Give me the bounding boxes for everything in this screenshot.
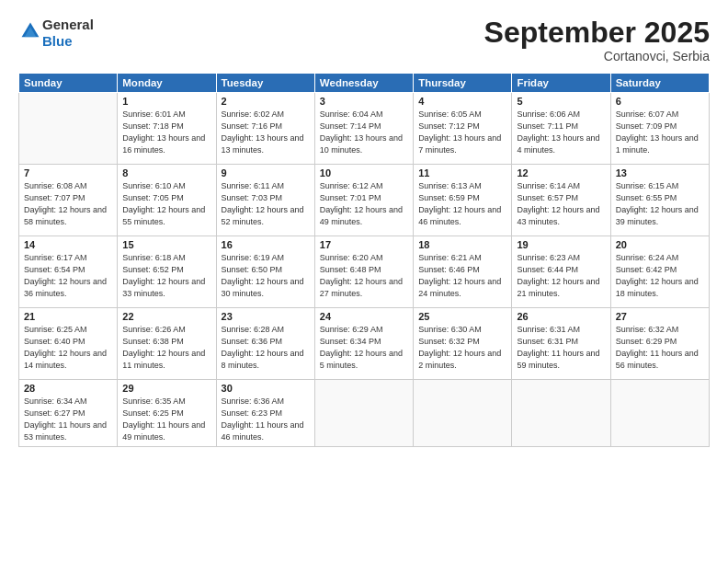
day-info: Sunrise: 6:11 AMSunset: 7:03 PMDaylight:… [222, 180, 310, 228]
calendar-cell [19, 93, 118, 165]
day-number: 12 [517, 167, 605, 178]
day-number: 15 [122, 239, 210, 250]
calendar-cell: 9Sunrise: 6:11 AMSunset: 7:03 PMDaylight… [216, 165, 314, 236]
day-number: 28 [24, 383, 112, 394]
day-number: 26 [517, 311, 605, 322]
calendar-cell: 11Sunrise: 6:13 AMSunset: 6:59 PMDayligh… [414, 165, 512, 236]
day-info: Sunrise: 6:15 AMSunset: 6:55 PMDaylight:… [616, 180, 704, 228]
day-number: 3 [320, 96, 408, 107]
day-number: 25 [418, 311, 506, 322]
day-info: Sunrise: 6:21 AMSunset: 6:46 PMDaylight:… [418, 252, 506, 300]
day-number: 21 [24, 311, 112, 322]
day-info: Sunrise: 6:31 AMSunset: 6:31 PMDaylight:… [517, 324, 605, 372]
day-number: 14 [24, 239, 112, 250]
day-number: 8 [122, 167, 210, 178]
calendar-cell: 8Sunrise: 6:10 AMSunset: 7:05 PMDaylight… [118, 165, 216, 236]
day-info: Sunrise: 6:07 AMSunset: 7:09 PMDaylight:… [616, 109, 704, 156]
calendar-cell: 15Sunrise: 6:18 AMSunset: 6:52 PMDayligh… [118, 236, 216, 308]
calendar-cell: 17Sunrise: 6:20 AMSunset: 6:48 PMDayligh… [314, 236, 413, 308]
day-info: Sunrise: 6:10 AMSunset: 7:05 PMDaylight:… [122, 180, 210, 228]
day-info: Sunrise: 6:26 AMSunset: 6:38 PMDaylight:… [122, 324, 210, 372]
weekday-header: Saturday [610, 74, 709, 93]
calendar-header-row: SundayMondayTuesdayWednesdayThursdayFrid… [19, 74, 710, 93]
weekday-header: Wednesday [314, 74, 413, 93]
day-number: 13 [616, 167, 704, 178]
logo: General Blue [18, 17, 94, 50]
day-info: Sunrise: 6:17 AMSunset: 6:54 PMDaylight:… [24, 252, 112, 300]
day-info: Sunrise: 6:19 AMSunset: 6:50 PMDaylight:… [222, 252, 310, 300]
day-number: 19 [517, 239, 605, 250]
calendar-week-row: 21Sunrise: 6:25 AMSunset: 6:40 PMDayligh… [19, 308, 710, 380]
weekday-header: Monday [118, 74, 216, 93]
calendar-cell: 28Sunrise: 6:34 AMSunset: 6:27 PMDayligh… [19, 380, 118, 447]
day-info: Sunrise: 6:29 AMSunset: 6:34 PMDaylight:… [320, 324, 408, 372]
calendar-cell: 19Sunrise: 6:23 AMSunset: 6:44 PMDayligh… [512, 236, 610, 308]
calendar-cell: 10Sunrise: 6:12 AMSunset: 7:01 PMDayligh… [314, 165, 413, 236]
day-number: 16 [222, 239, 310, 250]
calendar-cell: 14Sunrise: 6:17 AMSunset: 6:54 PMDayligh… [19, 236, 118, 308]
calendar-cell: 5Sunrise: 6:06 AMSunset: 7:11 PMDaylight… [512, 93, 610, 165]
logo-blue: Blue [42, 33, 73, 49]
day-info: Sunrise: 6:20 AMSunset: 6:48 PMDaylight:… [320, 252, 408, 300]
day-number: 30 [222, 383, 310, 394]
day-number: 11 [418, 167, 506, 178]
day-number: 23 [222, 311, 310, 322]
day-number: 20 [616, 239, 704, 250]
day-info: Sunrise: 6:14 AMSunset: 6:57 PMDaylight:… [517, 180, 605, 228]
day-number: 2 [222, 96, 310, 107]
day-number: 5 [517, 96, 605, 107]
weekday-header: Sunday [19, 74, 118, 93]
weekday-header: Friday [512, 74, 610, 93]
calendar-cell: 2Sunrise: 6:02 AMSunset: 7:16 PMDaylight… [216, 93, 314, 165]
day-number: 10 [320, 167, 408, 178]
day-info: Sunrise: 6:08 AMSunset: 7:07 PMDaylight:… [24, 180, 112, 228]
calendar-cell: 18Sunrise: 6:21 AMSunset: 6:46 PMDayligh… [414, 236, 512, 308]
calendar-cell: 25Sunrise: 6:30 AMSunset: 6:32 PMDayligh… [414, 308, 512, 380]
title-block: September 2025 Cortanovci, Serbia [484, 17, 710, 63]
location: Cortanovci, Serbia [484, 49, 710, 63]
day-number: 29 [122, 383, 210, 394]
day-info: Sunrise: 6:25 AMSunset: 6:40 PMDaylight:… [24, 324, 112, 372]
day-info: Sunrise: 6:05 AMSunset: 7:12 PMDaylight:… [418, 109, 506, 156]
logo-text: General Blue [42, 17, 94, 50]
day-info: Sunrise: 6:06 AMSunset: 7:11 PMDaylight:… [517, 109, 605, 156]
day-number: 6 [616, 96, 704, 107]
logo-general: General [42, 17, 94, 32]
calendar-cell: 12Sunrise: 6:14 AMSunset: 6:57 PMDayligh… [512, 165, 610, 236]
calendar-cell: 22Sunrise: 6:26 AMSunset: 6:38 PMDayligh… [118, 308, 216, 380]
day-number: 18 [418, 239, 506, 250]
calendar-week-row: 7Sunrise: 6:08 AMSunset: 7:07 PMDaylight… [19, 165, 710, 236]
calendar-cell: 1Sunrise: 6:01 AMSunset: 7:18 PMDaylight… [118, 93, 216, 165]
day-info: Sunrise: 6:01 AMSunset: 7:18 PMDaylight:… [122, 109, 210, 156]
day-info: Sunrise: 6:24 AMSunset: 6:42 PMDaylight:… [616, 252, 704, 300]
calendar-cell: 30Sunrise: 6:36 AMSunset: 6:23 PMDayligh… [216, 380, 314, 447]
day-info: Sunrise: 6:04 AMSunset: 7:14 PMDaylight:… [320, 109, 408, 156]
calendar-cell [610, 380, 709, 447]
calendar-cell: 16Sunrise: 6:19 AMSunset: 6:50 PMDayligh… [216, 236, 314, 308]
weekday-header: Tuesday [216, 74, 314, 93]
calendar-cell: 26Sunrise: 6:31 AMSunset: 6:31 PMDayligh… [512, 308, 610, 380]
day-number: 1 [122, 96, 210, 107]
calendar-cell [512, 380, 610, 447]
day-info: Sunrise: 6:02 AMSunset: 7:16 PMDaylight:… [222, 109, 310, 156]
logo-icon [20, 21, 40, 41]
calendar-cell: 29Sunrise: 6:35 AMSunset: 6:25 PMDayligh… [118, 380, 216, 447]
calendar-cell: 4Sunrise: 6:05 AMSunset: 7:12 PMDaylight… [414, 93, 512, 165]
header: General Blue September 2025 Cortanovci, … [18, 17, 710, 63]
day-info: Sunrise: 6:12 AMSunset: 7:01 PMDaylight:… [320, 180, 408, 228]
day-number: 9 [222, 167, 310, 178]
calendar-cell [314, 380, 413, 447]
calendar-cell [414, 380, 512, 447]
calendar-table: SundayMondayTuesdayWednesdayThursdayFrid… [18, 73, 710, 447]
calendar-cell: 7Sunrise: 6:08 AMSunset: 7:07 PMDaylight… [19, 165, 118, 236]
calendar-cell: 24Sunrise: 6:29 AMSunset: 6:34 PMDayligh… [314, 308, 413, 380]
day-number: 17 [320, 239, 408, 250]
calendar-week-row: 14Sunrise: 6:17 AMSunset: 6:54 PMDayligh… [19, 236, 710, 308]
day-info: Sunrise: 6:28 AMSunset: 6:36 PMDaylight:… [222, 324, 310, 372]
day-number: 4 [418, 96, 506, 107]
calendar-cell: 21Sunrise: 6:25 AMSunset: 6:40 PMDayligh… [19, 308, 118, 380]
day-info: Sunrise: 6:32 AMSunset: 6:29 PMDaylight:… [616, 324, 704, 372]
calendar-week-row: 28Sunrise: 6:34 AMSunset: 6:27 PMDayligh… [19, 380, 710, 447]
day-number: 24 [320, 311, 408, 322]
calendar-cell: 20Sunrise: 6:24 AMSunset: 6:42 PMDayligh… [610, 236, 709, 308]
